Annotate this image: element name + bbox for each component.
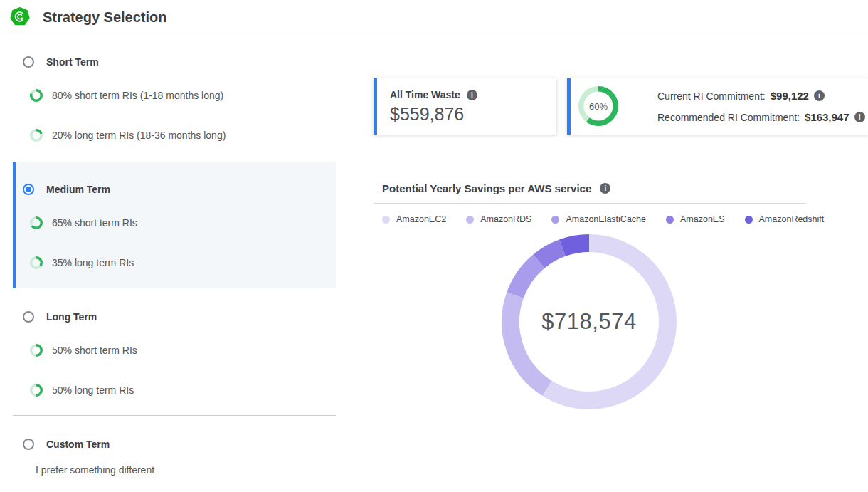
info-icon[interactable]: i — [814, 90, 825, 101]
option-label: Long Term — [46, 311, 97, 323]
sub-item-label: 35% long term RIs — [52, 257, 134, 268]
legend-label: AmazonRDS — [480, 214, 531, 224]
legend-dot-icon — [745, 216, 753, 224]
sub-item-label: 50% long term RIs — [52, 384, 134, 396]
sub-item-label: 20% long term RIs (18-36 months long) — [52, 130, 226, 141]
recommended-commitment-row: Recommended RI Commitment: $163,947 i — [657, 110, 865, 125]
legend-label: AmazonElastiCache — [566, 214, 646, 224]
option-short-term[interactable]: Short Term — [23, 55, 99, 69]
chart-divider — [374, 203, 806, 204]
legend-label: AmazonRedshift — [759, 214, 825, 224]
donut-center-value: $718,574 — [500, 233, 678, 411]
ratio-ring-icon — [30, 256, 43, 269]
option-long-term[interactable]: Long Term — [23, 310, 97, 324]
savings-donut-chart: $718,574 — [500, 233, 678, 411]
recommended-commitment-label: Recommended RI Commitment: — [657, 112, 800, 123]
radio-medium-term[interactable] — [23, 184, 34, 195]
legend-item-AmazonRedshift[interactable]: AmazonRedshift — [745, 214, 825, 224]
option-label: Medium Term — [46, 184, 110, 195]
radio-short-term[interactable] — [23, 56, 34, 68]
page-title: Strategy Selection — [43, 9, 167, 26]
sub-item: 20% long term RIs (18-36 months long) — [30, 129, 226, 142]
ratio-ring-icon — [30, 89, 43, 102]
legend-item-AmazonElastiCache[interactable]: AmazonElastiCache — [551, 214, 646, 224]
current-commitment-label: Current RI Commitment: — [657, 90, 766, 102]
current-commitment-row: Current RI Commitment: $99,122 i — [657, 88, 865, 103]
legend-dot-icon — [666, 216, 674, 224]
sub-item: 65% short term RIs — [30, 216, 137, 229]
legend-dot-icon — [551, 216, 559, 224]
section-divider — [13, 415, 336, 416]
chart-title: Potential Yearly Savings per AWS service — [382, 182, 591, 194]
legend-item-AmazonEC2[interactable]: AmazonEC2 — [382, 214, 446, 224]
legend-dot-icon — [382, 216, 390, 224]
legend-item-AmazonES[interactable]: AmazonES — [666, 214, 725, 224]
waste-card-label: All Time Waste — [390, 89, 460, 100]
recommended-commitment-value: $163,947 — [805, 111, 850, 123]
sub-item: 50% short term RIs — [30, 344, 137, 357]
option-medium-term[interactable]: Medium Term — [23, 182, 110, 197]
sub-item-label: 50% short term RIs — [52, 345, 137, 356]
ri-commitment-card: 60% Current RI Commitment: $99,122 i Rec… — [567, 78, 868, 135]
info-icon[interactable]: i — [467, 90, 477, 100]
legend-dot-icon — [466, 216, 474, 224]
app-header: Strategy Selection — [0, 0, 868, 33]
option-label: Short Term — [46, 56, 99, 68]
sub-item: 50% long term RIs — [30, 384, 134, 397]
sub-item: 80% short term RIs (1-18 months long) — [30, 89, 223, 102]
chart-title-row: Potential Yearly Savings per AWS service… — [382, 182, 610, 194]
sub-item-label: 65% short term RIs — [52, 217, 137, 229]
ratio-ring-icon — [30, 216, 43, 229]
radio-custom-term[interactable] — [23, 439, 34, 450]
commitment-gauge: 60% — [578, 86, 618, 126]
all-time-waste-card: All Time Waste i $559,876 — [374, 78, 556, 135]
legend-label: AmazonES — [680, 214, 725, 224]
current-commitment-value: $99,122 — [771, 90, 809, 102]
gauge-percent-label: 60% — [578, 86, 618, 126]
strategy-options-panel: Short Term 80% short term RIs (1-18 mont… — [13, 43, 336, 492]
chart-legend: AmazonEC2AmazonRDSAmazonElastiCacheAmazo… — [382, 214, 824, 224]
sub-item-label: 80% short term RIs (1-18 months long) — [52, 90, 223, 101]
info-icon[interactable]: i — [600, 183, 610, 194]
ratio-ring-icon — [30, 384, 43, 397]
legend-item-AmazonRDS[interactable]: AmazonRDS — [466, 214, 531, 224]
sub-item: 35% long term RIs — [30, 256, 134, 269]
info-icon[interactable]: i — [854, 112, 865, 122]
ratio-ring-icon — [30, 129, 43, 142]
radio-long-term[interactable] — [23, 311, 34, 323]
ratio-ring-icon — [30, 344, 43, 357]
custom-term-description: I prefer something different — [36, 464, 154, 476]
waste-card-value: $559,876 — [390, 104, 556, 125]
legend-label: AmazonEC2 — [396, 214, 446, 224]
option-custom-term[interactable]: Custom Term — [23, 437, 110, 451]
brand-logo-icon — [9, 6, 31, 28]
option-label: Custom Term — [46, 439, 110, 450]
